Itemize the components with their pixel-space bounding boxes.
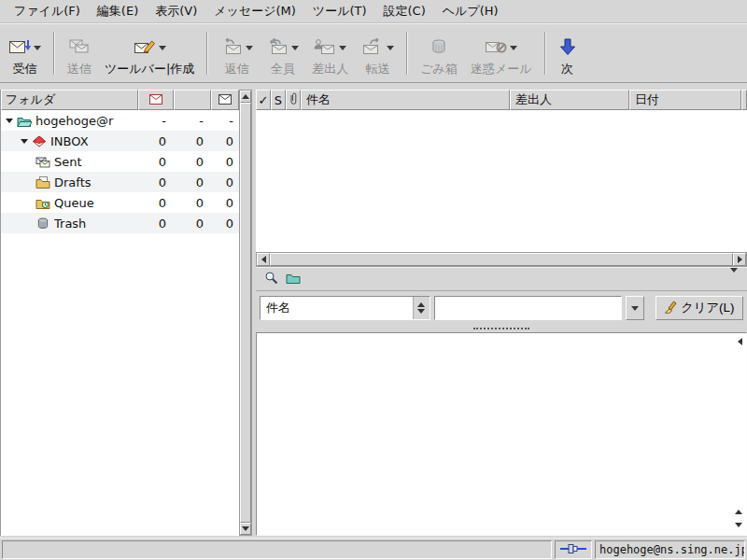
- folder-row-trash[interactable]: Trash 0 0 0: [1, 213, 239, 233]
- folder-row-queue[interactable]: Queue 0 0 0: [1, 192, 239, 213]
- collapse-left-icon[interactable]: [738, 338, 742, 345]
- scroll-down-icon[interactable]: [735, 523, 742, 527]
- junk-button[interactable]: 迷惑メール: [464, 26, 539, 78]
- folder-tree: hogehoge@r - - - INBOX 0 0 0 Sent 0 0 0 …: [1, 110, 239, 536]
- menu-help[interactable]: ヘルプ(H): [434, 0, 507, 22]
- compose-button-label: ツールバー|作成: [105, 63, 194, 76]
- message-list-pane: ✓ S 件名 差出人 日付: [256, 90, 747, 252]
- total-count-column-header[interactable]: [211, 90, 239, 110]
- reply-all-button-label: 全員: [271, 63, 295, 76]
- attachment-column-header[interactable]: [286, 90, 301, 110]
- junk-dropdown-arrow[interactable]: [510, 46, 517, 50]
- next-icon-area: [558, 36, 577, 59]
- receive-dropdown-arrow[interactable]: [34, 46, 41, 50]
- receive-button-label: 受信: [13, 63, 37, 76]
- from-column-header[interactable]: 差出人: [510, 90, 629, 110]
- menu-settings[interactable]: 設定(C): [375, 0, 434, 22]
- folder-new-count: 0: [138, 175, 174, 189]
- menu-message[interactable]: メッセージ(M): [205, 0, 304, 22]
- expander-icon[interactable]: [3, 119, 16, 123]
- scrollbar-thumb[interactable]: [240, 103, 251, 523]
- new-mail-envelope-icon: [149, 93, 162, 107]
- message-list-body[interactable]: [256, 110, 747, 252]
- expander-icon[interactable]: [18, 139, 31, 144]
- reply-all-dropdown-arrow[interactable]: [291, 46, 299, 50]
- reply-button-label: 返信: [225, 63, 249, 76]
- filter-type-combobox[interactable]: 件名: [260, 296, 430, 320]
- folder-row-account[interactable]: hogehoge@r - - -: [1, 110, 239, 131]
- queue-icon: [35, 197, 51, 209]
- status-column-header[interactable]: S: [271, 90, 286, 110]
- chevron-down-icon: [730, 268, 738, 287]
- searchbar-collapse-button[interactable]: [730, 273, 741, 287]
- drag-grip-handle[interactable]: [473, 328, 529, 329]
- mark-check-icon: ✓: [259, 93, 269, 107]
- reply-sender-icon: [314, 38, 336, 58]
- combo-spinner[interactable]: [413, 297, 430, 319]
- folder-column-header[interactable]: フォルダ: [1, 90, 138, 110]
- total-envelope-icon: [218, 93, 232, 107]
- forward-dropdown-arrow[interactable]: [387, 46, 394, 50]
- send-button[interactable]: 送信: [61, 26, 98, 78]
- trash-button[interactable]: ごみ箱: [414, 26, 464, 78]
- scroll-up-button[interactable]: [240, 91, 251, 103]
- search-text-input[interactable]: [434, 296, 622, 320]
- search-folder-button[interactable]: [284, 270, 303, 288]
- reply-button[interactable]: 返信: [214, 26, 260, 78]
- subject-column-header[interactable]: 件名: [301, 90, 510, 110]
- folder-total-count: -: [211, 114, 239, 128]
- reply-all-button[interactable]: 全員: [260, 26, 305, 78]
- folder-total-count: 0: [211, 155, 239, 169]
- folder-pane-header: フォルダ: [1, 90, 239, 110]
- next-button[interactable]: 次: [552, 26, 584, 78]
- compose-button[interactable]: ツールバー|作成: [98, 26, 201, 78]
- folder-pane-scrollbar[interactable]: [239, 90, 252, 536]
- menu-tools[interactable]: ツール(T): [304, 0, 375, 22]
- reply-sender-dropdown-arrow[interactable]: [339, 46, 346, 50]
- from-column-label: 差出人: [515, 91, 552, 108]
- folder-name: Drafts: [54, 175, 138, 189]
- search-mode-button[interactable]: [261, 270, 280, 288]
- menu-edit[interactable]: 編集(E): [89, 0, 147, 22]
- folder-row-inbox[interactable]: INBOX 0 0 0: [1, 131, 239, 151]
- trash-button-label: ごみ箱: [420, 63, 458, 76]
- trash-folder-icon: [35, 217, 51, 230]
- receive-button[interactable]: 受信: [2, 26, 48, 78]
- new-count-column-header[interactable]: [138, 90, 174, 110]
- sent-icon: [35, 156, 51, 168]
- clear-brush-icon: [664, 301, 677, 316]
- scroll-right-button[interactable]: [733, 253, 746, 266]
- date-column-header[interactable]: 日付: [629, 90, 741, 110]
- account-address: hogehoge@ns.sing.ne.jp: [599, 543, 745, 556]
- online-connection-icon: [560, 543, 586, 557]
- forward-icon: [361, 38, 384, 58]
- folder-unread-count: 0: [174, 134, 211, 148]
- scroll-up-icon[interactable]: [735, 510, 742, 514]
- reply-dropdown-arrow[interactable]: [246, 46, 253, 50]
- arrow-up-icon: [242, 94, 249, 99]
- trash-icon-area: [428, 36, 450, 59]
- search-history-dropdown-button[interactable]: [626, 296, 644, 320]
- next-button-label: 次: [561, 63, 573, 76]
- folder-total-count: 0: [211, 217, 239, 231]
- compose-dropdown-arrow[interactable]: [159, 46, 166, 50]
- unread-count-column-header[interactable]: [174, 90, 211, 110]
- menu-file[interactable]: ファイル(F): [6, 0, 89, 22]
- scroll-down-button[interactable]: [240, 523, 251, 535]
- folder-row-drafts[interactable]: Drafts 0 0 0: [1, 172, 239, 192]
- quick-search-bar: [256, 267, 747, 291]
- clear-search-button[interactable]: クリア(L): [655, 296, 743, 320]
- scrollbar-thumb[interactable]: [270, 253, 733, 266]
- folder-name: Trash: [54, 217, 138, 231]
- message-view-pane[interactable]: [256, 332, 747, 536]
- subject-column-label: 件名: [306, 91, 331, 108]
- menu-view[interactable]: 表示(V): [147, 0, 205, 22]
- scroll-left-button[interactable]: [257, 253, 270, 266]
- message-list-hscrollbar[interactable]: [256, 252, 747, 267]
- folder-row-sent[interactable]: Sent 0 0 0: [1, 151, 239, 172]
- reply-sender-button[interactable]: 差出人: [305, 26, 355, 78]
- forward-button[interactable]: 転送: [355, 26, 401, 78]
- magnifier-icon: [264, 271, 278, 287]
- status-column-label: S: [275, 93, 282, 107]
- mark-column-header[interactable]: ✓: [256, 90, 271, 110]
